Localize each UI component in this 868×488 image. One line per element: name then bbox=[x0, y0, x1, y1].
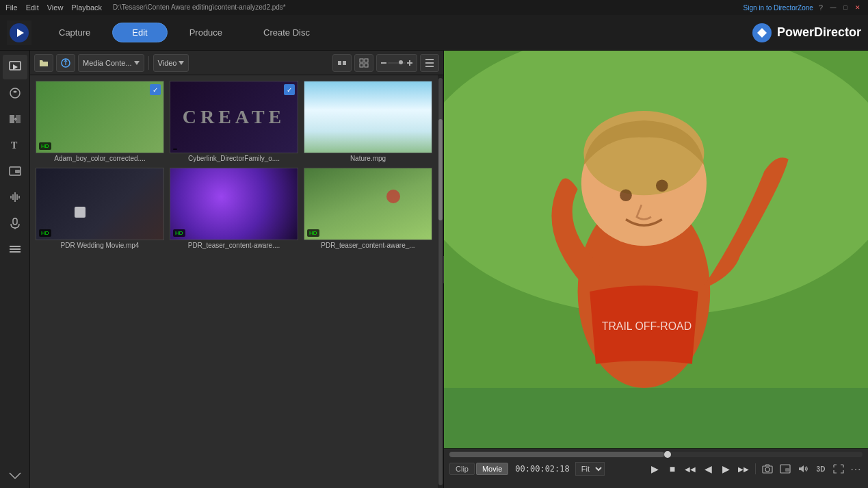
media-content-dropdown[interactable]: Media Conte... bbox=[78, 54, 144, 72]
menu-view[interactable]: View bbox=[47, 3, 64, 12]
tab-clip[interactable]: Clip bbox=[449, 463, 475, 475]
sidebar-chapter-icon[interactable] bbox=[3, 237, 27, 261]
svg-rect-4 bbox=[10, 115, 14, 123]
svg-rect-21 bbox=[381, 62, 386, 64]
volume-button[interactable] bbox=[795, 461, 811, 476]
sidebar-transition-icon[interactable] bbox=[3, 107, 27, 131]
preview-timeline-thumb[interactable] bbox=[664, 451, 671, 458]
menu-playback[interactable]: Playback bbox=[71, 3, 102, 12]
sidebar-mic-icon[interactable] bbox=[3, 211, 27, 235]
play-button[interactable]: ▶ bbox=[647, 461, 662, 476]
svg-text:T: T bbox=[11, 140, 18, 151]
more-controls-icon[interactable]: ⋯ bbox=[849, 463, 863, 476]
menu-file[interactable]: File bbox=[5, 3, 18, 12]
more-options-button[interactable] bbox=[420, 54, 439, 72]
svg-rect-16 bbox=[343, 61, 346, 65]
svg-text:TRAIL OFF-ROAD: TRAIL OFF-ROAD bbox=[602, 320, 692, 332]
tab-movie[interactable]: Movie bbox=[476, 463, 508, 475]
svg-rect-19 bbox=[360, 64, 363, 67]
zoom-slider[interactable] bbox=[376, 54, 417, 72]
svg-rect-24 bbox=[425, 59, 434, 60]
content-panel: Media Conte... Video bbox=[30, 51, 444, 488]
maximize-button[interactable]: □ bbox=[841, 3, 850, 12]
media-item[interactable]: ✓ CREATE Cyberlink_DirectorFamily_o.... bbox=[170, 81, 298, 162]
close-button[interactable]: ✕ bbox=[853, 3, 863, 12]
app-name: PowerDirector bbox=[777, 25, 861, 40]
toolbar-separator bbox=[148, 56, 149, 70]
media-label: Adam_boy_color_corrected.... bbox=[36, 155, 164, 162]
top-nav: Capture Edit Produce Create Disc PowerDi… bbox=[0, 15, 868, 51]
sidebar-media-icon[interactable] bbox=[3, 55, 27, 79]
tab-create-disc[interactable]: Create Disc bbox=[244, 23, 329, 42]
sidebar-audio-icon[interactable] bbox=[3, 185, 27, 209]
sidebar-text-icon[interactable]: T bbox=[3, 133, 27, 157]
fullscreen-button[interactable] bbox=[831, 461, 846, 476]
media-badge: HD bbox=[307, 229, 319, 237]
sidebar-expand-icon[interactable] bbox=[3, 463, 27, 488]
media-item[interactable]: Nature.mpg bbox=[304, 81, 432, 162]
content-toolbar: Media Conte... Video bbox=[30, 51, 443, 75]
svg-rect-13 bbox=[10, 251, 21, 253]
clip-movie-tabs: Clip Movie bbox=[449, 463, 508, 475]
prev-frame-button[interactable]: ◀◀ bbox=[683, 461, 698, 476]
svg-rect-8 bbox=[15, 170, 20, 173]
media-label: PDR_teaser_content-aware.... bbox=[170, 242, 298, 249]
import-button[interactable] bbox=[56, 54, 75, 72]
fit-dropdown[interactable]: Fit bbox=[575, 462, 605, 476]
media-badge: HD bbox=[39, 229, 51, 237]
media-item[interactable]: ✓ HD Adam_boy_color_corrected.... bbox=[36, 81, 164, 162]
title-bar: File Edit View Playback D:\Tesaser\Conte… bbox=[0, 0, 868, 15]
media-check-icon: ✓ bbox=[150, 84, 161, 95]
snapshot-button[interactable] bbox=[760, 461, 775, 476]
preview-timeline-bar[interactable] bbox=[449, 452, 863, 457]
media-label: PDR Wedding Movie.mp4 bbox=[36, 242, 164, 249]
svg-point-34 bbox=[656, 179, 668, 192]
video-type-dropdown[interactable]: Video bbox=[153, 54, 189, 72]
svg-point-33 bbox=[620, 189, 632, 201]
media-item[interactable]: HD PDR Wedding Movie.mp4 bbox=[36, 168, 164, 249]
media-badge: HD bbox=[173, 229, 185, 237]
rewind-button[interactable]: ◀ bbox=[700, 461, 715, 476]
preview-panel: TRAIL OFF-ROAD bbox=[444, 51, 868, 488]
folder-button[interactable] bbox=[34, 54, 53, 72]
tab-produce[interactable]: Produce bbox=[170, 23, 241, 42]
svg-rect-26 bbox=[425, 66, 434, 67]
app-icon bbox=[752, 23, 772, 42]
minimize-button[interactable]: — bbox=[828, 3, 838, 12]
forward-button[interactable]: ▶ bbox=[718, 461, 733, 476]
app-logo bbox=[7, 21, 31, 45]
main-area: T Media Conte... bbox=[0, 51, 868, 488]
next-frame-button[interactable]: ▶▶ bbox=[736, 461, 751, 476]
media-badge: HD bbox=[39, 142, 51, 150]
timecode-display: 00:00:02:18 bbox=[515, 464, 569, 474]
menu-edit[interactable]: Edit bbox=[26, 3, 39, 12]
svg-rect-23 bbox=[407, 62, 412, 64]
file-path: D:\Tesaser\Conten Aware editing\content-… bbox=[113, 3, 286, 12]
grid-view-button[interactable] bbox=[354, 54, 373, 72]
svg-rect-18 bbox=[365, 59, 368, 62]
preview-controls-row: Clip Movie 00:00:02:18 Fit ▶ ■ ◀◀ ◀ ▶ ▶▶ bbox=[449, 461, 863, 476]
svg-rect-9 bbox=[13, 218, 17, 224]
svg-point-37 bbox=[765, 467, 770, 472]
stop-button[interactable]: ■ bbox=[665, 461, 680, 476]
3d-button[interactable]: 3D bbox=[813, 461, 828, 476]
media-label: Cyberlink_DirectorFamily_o.... bbox=[170, 155, 298, 162]
media-item[interactable]: HD PDR_teaser_content-aware.... bbox=[170, 168, 298, 249]
tab-capture[interactable]: Capture bbox=[40, 23, 109, 42]
pip-button[interactable] bbox=[778, 461, 793, 476]
sidebar-fx-icon[interactable] bbox=[3, 81, 27, 105]
svg-rect-39 bbox=[785, 468, 789, 472]
preview-controls: Clip Movie 00:00:02:18 Fit ▶ ■ ◀◀ ◀ ▶ ▶▶ bbox=[444, 448, 868, 488]
main-wrapper: T Media Conte... bbox=[0, 51, 868, 488]
tab-edit[interactable]: Edit bbox=[112, 23, 167, 42]
media-item[interactable]: HD PDR_teaser_content-aware_... bbox=[304, 168, 432, 249]
create-text: CREATE bbox=[183, 106, 286, 128]
svg-rect-35 bbox=[444, 388, 868, 448]
svg-rect-12 bbox=[10, 248, 21, 250]
svg-point-3 bbox=[10, 88, 20, 98]
sign-in-link[interactable]: Sign in to DirectorZone bbox=[744, 4, 813, 12]
sidebar-pip-icon[interactable] bbox=[3, 159, 27, 183]
media-scrollbar[interactable] bbox=[438, 75, 443, 488]
detect-scenes-button[interactable] bbox=[332, 54, 352, 72]
sidebar: T bbox=[0, 51, 30, 488]
